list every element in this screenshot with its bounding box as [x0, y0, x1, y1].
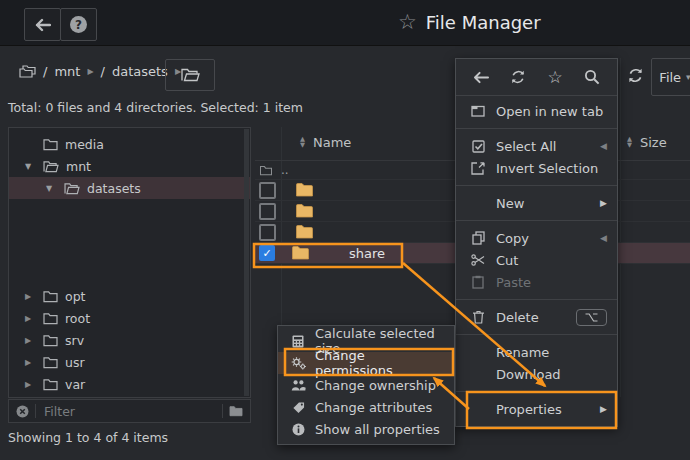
submenu-item-change-permissions[interactable]: Change permissions	[278, 352, 454, 374]
folder-icon	[43, 356, 58, 369]
tag-icon	[290, 401, 306, 414]
tree-item-mnt[interactable]: ▼ mnt	[9, 155, 250, 177]
folder-icon	[43, 138, 58, 151]
tree-scrollbar[interactable]	[244, 129, 249, 396]
help-button[interactable]: ?	[60, 8, 97, 41]
submenu-item-label: Change permissions	[315, 348, 442, 378]
tree-item-srv[interactable]: ▶ srv	[9, 329, 250, 351]
file-name: ..	[281, 163, 289, 177]
refresh-icon[interactable]	[510, 69, 526, 85]
filter-input[interactable]	[42, 403, 216, 420]
menu-item-download[interactable]: Download	[456, 363, 617, 385]
tree-item-opt[interactable]: ▶ opt	[9, 285, 250, 307]
tree-item-label: opt	[65, 289, 85, 304]
open-folder-icon	[181, 68, 200, 82]
submenu-right-icon: ▶	[600, 404, 607, 414]
column-header-name[interactable]: ▲▼ Name	[300, 135, 351, 150]
submenu-item-change-attributes[interactable]: Change attributes	[278, 396, 454, 418]
caret-down-icon[interactable]: ▼	[25, 162, 36, 171]
folder-icon	[296, 225, 313, 239]
tree-item-label: root	[65, 311, 90, 326]
back-button[interactable]	[24, 8, 61, 41]
submenu-right-icon: ▶	[600, 198, 607, 208]
folder-icon	[292, 246, 309, 260]
caret-right-icon[interactable]: ▶	[25, 336, 36, 345]
folder-icon	[43, 378, 58, 391]
tree-item-root[interactable]: ▶ root	[9, 307, 250, 329]
menu-item-label: Delete	[496, 310, 539, 325]
menu-item-paste: Paste	[456, 271, 617, 293]
folder-icon	[43, 312, 58, 325]
bookmark-star-icon[interactable]: ☆	[548, 69, 563, 86]
folder-icon	[259, 165, 273, 176]
menu-item-copy[interactable]: Copy ◀	[456, 227, 617, 249]
gears-icon	[290, 356, 306, 370]
menu-separator	[456, 128, 617, 129]
column-header-size[interactable]: ▲▼ Size	[627, 135, 667, 150]
menu-separator	[456, 299, 617, 300]
tree-item-label: srv	[65, 333, 84, 348]
breadcrumb-item-mnt[interactable]: mnt	[54, 64, 80, 79]
open-folder-icon	[43, 160, 59, 173]
people-icon	[290, 379, 306, 391]
open-folder-button[interactable]	[165, 59, 215, 91]
tree-item-datasets[interactable]: ▼ datasets	[9, 177, 250, 199]
caret-down-icon[interactable]: ▼	[46, 184, 57, 193]
clear-filter-icon[interactable]	[16, 405, 29, 418]
sort-icon: ▲▼	[300, 137, 305, 148]
folder-filter-icon[interactable]	[229, 405, 243, 417]
sort-icon: ▲▼	[627, 137, 632, 148]
menu-item-cut[interactable]: Cut	[456, 249, 617, 271]
tree-item-label: mnt	[66, 159, 91, 174]
file-menu-dropdown[interactable]: File ▾	[651, 58, 690, 96]
submenu-item-label: Show all properties	[315, 422, 440, 437]
menu-item-label: New	[496, 196, 524, 211]
caret-right-icon[interactable]: ▶	[25, 314, 36, 323]
search-icon[interactable]	[584, 69, 600, 85]
folder-icon	[296, 183, 313, 197]
menu-item-label: Copy	[496, 231, 529, 246]
delete-shortcut-badge	[576, 309, 607, 326]
row-checkbox[interactable]	[259, 224, 276, 241]
menu-item-label: Invert Selection	[496, 161, 598, 176]
menu-item-new[interactable]: New ▶	[456, 192, 617, 214]
copy-icon	[470, 231, 486, 245]
menu-item-open-in-new-tab[interactable]: Open in new tab	[456, 100, 617, 122]
menu-separator	[456, 391, 617, 392]
menu-separator	[456, 334, 617, 335]
breadcrumb-item-datasets[interactable]: datasets	[112, 64, 168, 79]
tree-item-label: usr	[65, 355, 85, 370]
menu-item-label: Rename	[496, 345, 549, 360]
caret-right-icon[interactable]: ▶	[25, 380, 36, 389]
tree-item-label: datasets	[87, 181, 141, 196]
tree-item-media[interactable]: media	[9, 133, 250, 155]
breadcrumb-slash: /	[101, 64, 105, 79]
menu-separator	[456, 185, 617, 186]
back-arrow-icon	[34, 18, 51, 32]
menu-item-label: Open in new tab	[496, 104, 603, 119]
chevron-down-icon: ▾	[686, 72, 690, 82]
tree-item-usr[interactable]: ▶ usr	[9, 351, 250, 373]
row-checkbox[interactable]	[259, 203, 276, 220]
app-header: ? ☆ File Manager	[0, 0, 690, 46]
refresh-button[interactable]	[627, 67, 644, 84]
favorite-star-icon[interactable]: ☆	[398, 12, 417, 33]
invert-selection-icon	[470, 162, 486, 175]
menu-item-properties[interactable]: Properties ▶	[456, 398, 617, 420]
file-name: share	[349, 246, 385, 261]
tree-item-var[interactable]: ▶ var	[9, 373, 250, 395]
back-icon[interactable]	[473, 71, 489, 84]
menu-item-delete[interactable]: Delete	[456, 306, 617, 328]
row-checkbox-checked[interactable]: ✓	[259, 245, 275, 261]
tree-item-label: media	[65, 137, 104, 152]
row-checkbox[interactable]	[259, 182, 276, 199]
menu-item-select-all[interactable]: Select All ◀	[456, 135, 617, 157]
menu-item-rename[interactable]: Rename	[456, 341, 617, 363]
items-count: Showing 1 to 4 of 4 items	[8, 430, 168, 445]
submenu-item-change-ownership[interactable]: Change ownership	[278, 374, 454, 396]
caret-right-icon[interactable]: ▶	[25, 292, 36, 301]
caret-right-icon[interactable]: ▶	[25, 358, 36, 367]
help-icon: ?	[70, 16, 87, 33]
submenu-item-show-all-properties[interactable]: Show all properties	[278, 418, 454, 440]
menu-item-invert-selection[interactable]: Invert Selection	[456, 157, 617, 179]
